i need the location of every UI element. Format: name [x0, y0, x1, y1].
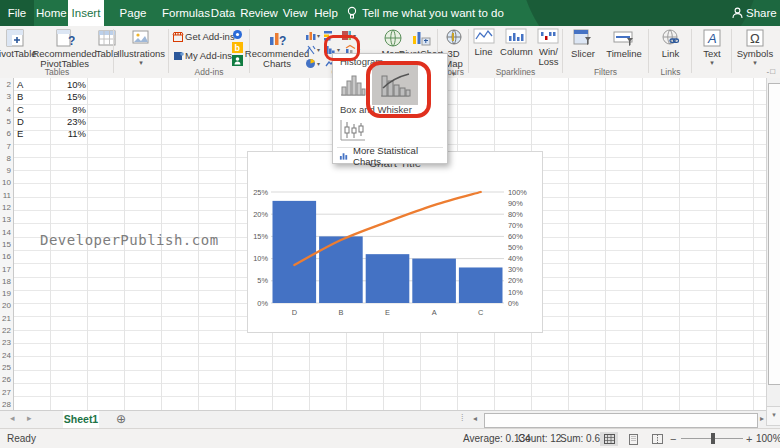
tab-formulas[interactable]: Formulas — [162, 0, 206, 26]
illustrations-button[interactable]: Illustrations ▾ — [116, 28, 166, 66]
tab-review[interactable]: Review — [240, 0, 278, 26]
recommended-charts-icon: ? — [267, 28, 287, 48]
symbols-button[interactable]: Ω Symbols ▾ — [735, 28, 775, 66]
tab-splitter-handle[interactable]: ⁞ — [461, 413, 464, 423]
insert-stock-chart-button[interactable]: ▾ — [305, 44, 320, 55]
row-header[interactable]: 13 — [0, 214, 11, 226]
row-header[interactable]: 11 — [0, 190, 11, 202]
tab-insert[interactable]: Insert — [68, 0, 104, 26]
link-button[interactable]: Link — [654, 28, 688, 59]
row-header[interactable]: 22 — [0, 325, 11, 337]
svg-text:0%: 0% — [508, 299, 519, 308]
addin-app-icon-green[interactable] — [232, 55, 243, 66]
page-break-view-button[interactable] — [648, 432, 666, 446]
cell[interactable]: E — [17, 128, 23, 140]
scroll-left-arrow[interactable]: ◂ — [473, 414, 477, 423]
sheet-nav-right-icon[interactable]: ▸ — [27, 413, 32, 423]
row-header[interactable]: 24 — [0, 350, 11, 362]
sparkline-column-button[interactable]: Column — [500, 28, 533, 57]
sparkline-line-button[interactable]: Line — [470, 28, 497, 57]
row-header[interactable]: 27 — [0, 387, 11, 399]
zoom-slider-thumb[interactable] — [711, 433, 715, 444]
cell[interactable]: 8% — [44, 104, 86, 116]
row-header[interactable]: 28 — [0, 399, 11, 410]
row-header[interactable]: 4 — [0, 104, 11, 116]
vertical-scrollbar[interactable] — [766, 78, 780, 406]
slicer-button[interactable]: Slicer — [566, 28, 600, 59]
cell[interactable]: B — [17, 91, 23, 103]
page-layout-view-button[interactable] — [624, 432, 642, 446]
svg-text:?: ? — [279, 34, 286, 48]
row-header[interactable]: 2 — [0, 79, 11, 91]
cell[interactable]: 11% — [44, 128, 86, 140]
row-header[interactable]: 21 — [0, 313, 11, 325]
vertical-scrollbar-thumb[interactable] — [768, 83, 780, 385]
insert-column-chart-button[interactable]: ▾ — [305, 30, 320, 41]
addin-app-icon-blue[interactable] — [232, 29, 243, 40]
row-header[interactable]: 19 — [0, 288, 11, 300]
row-header[interactable]: 14 — [0, 227, 11, 239]
more-statistical-charts-item[interactable]: More Statistical Charts... — [333, 150, 447, 162]
tab-page-layout[interactable]: Page Layout — [106, 0, 160, 26]
zoom-level[interactable]: 100% — [756, 429, 780, 448]
text-button[interactable]: A Text ▾ — [695, 28, 729, 66]
row-header[interactable]: 25 — [0, 362, 11, 374]
my-addins-button[interactable]: My Add-ins ▾ — [172, 50, 236, 62]
row-header[interactable]: 23 — [0, 337, 11, 349]
row-header[interactable]: 3 — [0, 91, 11, 103]
row-header[interactable]: 18 — [0, 276, 11, 288]
addin-app-icon-bing[interactable]: b — [232, 42, 243, 53]
cell[interactable]: 23% — [44, 116, 86, 128]
row-header[interactable]: 17 — [0, 264, 11, 276]
get-addins-button[interactable]: Get Add-ins — [172, 31, 235, 43]
annotation-ring-pareto-option — [366, 61, 431, 118]
histogram-chart-option[interactable] — [336, 69, 370, 101]
tab-view[interactable]: View — [280, 0, 310, 26]
cell[interactable]: A — [17, 79, 23, 91]
row-header[interactable]: 9 — [0, 165, 11, 177]
new-sheet-button[interactable]: ⊕ — [116, 412, 126, 426]
row-header[interactable]: 12 — [0, 202, 11, 214]
filters-group-label: Filters — [564, 67, 647, 77]
sparkline-winloss-button[interactable]: Win/Loss — [536, 28, 561, 68]
scroll-right-arrow[interactable]: ▸ — [760, 414, 764, 423]
row-header[interactable]: 8 — [0, 153, 11, 165]
normal-view-button[interactable] — [600, 432, 618, 446]
zoom-in-button[interactable]: + — [746, 429, 752, 448]
timeline-button[interactable]: Timeline — [603, 28, 645, 59]
recommended-pivottables-button[interactable]: ? Recommended PivotTables — [37, 28, 93, 70]
link-label: Link — [662, 49, 679, 59]
row-header[interactable]: 10 — [0, 177, 11, 189]
scroll-down-arrow[interactable]: ▾ — [766, 406, 780, 426]
cell[interactable]: D — [17, 116, 24, 128]
tab-file[interactable]: File — [0, 0, 34, 26]
sheet-nav-left-icon[interactable]: ◂ — [10, 413, 15, 423]
row-header[interactable]: 26 — [0, 374, 11, 386]
cell[interactable]: C — [17, 104, 24, 116]
svg-text:b: b — [235, 43, 241, 53]
omega-icon: Ω — [745, 28, 765, 48]
recommended-charts-button[interactable]: ? Recommended Charts — [251, 28, 303, 70]
sparkline-column-icon — [505, 28, 527, 46]
symbols-label: Symbols — [737, 49, 773, 59]
pareto-chart[interactable]: Chart Title 0%5%10%15%20%25%0%10%20%30%4… — [247, 151, 543, 333]
link-icon — [660, 28, 682, 48]
collapse-ribbon-icon[interactable]: -□ — [767, 67, 777, 76]
row-header[interactable]: 16 — [0, 251, 11, 263]
zoom-out-button[interactable]: − — [670, 429, 676, 448]
pivottable-button[interactable]: PivotTable — [0, 28, 34, 59]
share-button[interactable]: Share — [746, 0, 777, 26]
row-header[interactable]: 5 — [0, 116, 11, 128]
cell[interactable]: 10% — [44, 79, 86, 91]
tell-me-box[interactable]: Tell me what you want to do — [362, 0, 504, 26]
row-header[interactable]: 7 — [0, 141, 11, 153]
cell[interactable]: 15% — [44, 91, 86, 103]
row-header[interactable]: 15 — [0, 239, 11, 251]
tab-data[interactable]: Data — [208, 0, 238, 26]
tab-home[interactable]: Home — [36, 0, 66, 26]
row-header[interactable]: 6 — [0, 128, 11, 140]
row-header[interactable]: 20 — [0, 300, 11, 312]
box-whisker-chart-option[interactable] — [336, 115, 370, 145]
horizontal-scrollbar[interactable] — [484, 413, 758, 428]
tab-help[interactable]: Help — [312, 0, 340, 26]
